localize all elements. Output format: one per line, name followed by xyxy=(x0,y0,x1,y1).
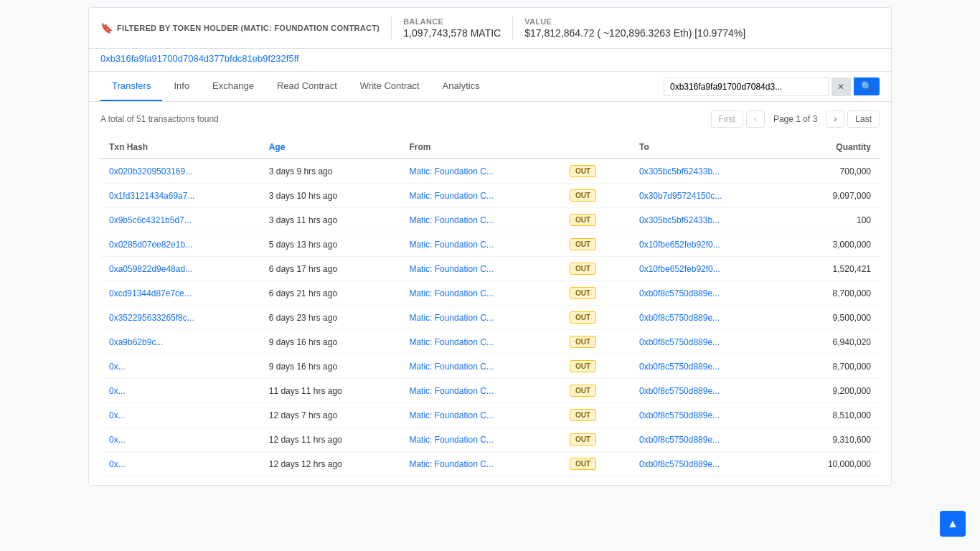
value-label: VALUE xyxy=(524,17,745,26)
cell-txn-hash: 0x... xyxy=(100,379,260,403)
to-link[interactable]: 0x10fbe652feb92f0... xyxy=(639,264,720,274)
txn-hash-link[interactable]: 0x9b5c6c4321b5d7... xyxy=(109,215,192,225)
txn-hash-link[interactable]: 0xcd91344d87e7ce... xyxy=(109,288,192,298)
tab-exchange[interactable]: Exchange xyxy=(201,72,265,101)
cell-to: 0x30b7d95724150c... xyxy=(631,184,786,208)
tab-write-contract[interactable]: Write Contract xyxy=(349,72,431,101)
from-link[interactable]: Matic: Foundation C... xyxy=(409,264,493,274)
filter-icon: 🔖 xyxy=(100,22,113,34)
txn-hash-link[interactable]: 0x... xyxy=(109,410,126,420)
cell-direction: OUT xyxy=(558,354,631,379)
cell-direction: OUT xyxy=(558,428,631,452)
cell-to: 0x305bc5bf62433b... xyxy=(631,159,786,184)
pagination-first[interactable]: First xyxy=(711,110,743,128)
to-link[interactable]: 0xb0f8c5750d889e... xyxy=(639,435,720,445)
to-link[interactable]: 0x305bc5bf62433b... xyxy=(639,166,720,176)
search-clear-button[interactable]: ✕ xyxy=(831,77,851,96)
direction-badge: OUT xyxy=(570,336,596,348)
cell-direction: OUT xyxy=(558,257,631,281)
to-link[interactable]: 0xb0f8c5750d889e... xyxy=(639,362,720,372)
cell-age: 6 days 17 hrs ago xyxy=(260,257,401,281)
col-age[interactable]: Age xyxy=(260,136,401,159)
from-link[interactable]: Matic: Foundation C... xyxy=(409,386,493,396)
col-from: From xyxy=(400,136,558,159)
cell-direction: OUT xyxy=(558,281,631,306)
direction-badge: OUT xyxy=(570,238,596,250)
cell-txn-hash: 0xa059822d9e48ad... xyxy=(100,257,260,281)
cell-from: Matic: Foundation C... xyxy=(400,184,558,208)
to-link[interactable]: 0x30b7d95724150c... xyxy=(639,191,722,201)
cell-direction: OUT xyxy=(558,379,631,403)
from-link[interactable]: Matic: Foundation C... xyxy=(409,410,493,420)
table-row: 0xcd91344d87e7ce... 6 days 21 hrs ago Ma… xyxy=(100,281,880,306)
from-link[interactable]: Matic: Foundation C... xyxy=(409,191,493,201)
txn-hash-link[interactable]: 0x... xyxy=(109,435,126,445)
cell-from: Matic: Foundation C... xyxy=(400,159,558,184)
from-link[interactable]: Matic: Foundation C... xyxy=(409,313,493,323)
to-link[interactable]: 0xb0f8c5750d889e... xyxy=(639,313,720,323)
txn-hash-link[interactable]: 0x1fd3121434a69a7... xyxy=(109,191,194,201)
from-link[interactable]: Matic: Foundation C... xyxy=(409,166,493,176)
table-row: 0x1fd3121434a69a7... 3 days 10 hrs ago M… xyxy=(100,184,880,208)
cell-txn-hash: 0x352295633265f8c... xyxy=(100,306,260,330)
cell-to: 0xb0f8c5750d889e... xyxy=(631,281,786,306)
direction-badge: OUT xyxy=(570,409,596,421)
from-link[interactable]: Matic: Foundation C... xyxy=(409,435,493,445)
txn-hash-link[interactable]: 0xa9b62b9c... xyxy=(109,337,163,347)
filter-address-row: 0xb316fa9fa91700d7084d377bfdc81eb9f232f5… xyxy=(89,49,891,72)
cell-age: 5 days 13 hrs ago xyxy=(260,232,401,257)
cell-from: Matic: Foundation C... xyxy=(400,306,558,330)
to-link[interactable]: 0xb0f8c5750d889e... xyxy=(639,410,720,420)
to-link[interactable]: 0xb0f8c5750d889e... xyxy=(639,288,720,298)
from-link[interactable]: Matic: Foundation C... xyxy=(409,288,493,298)
cell-txn-hash: 0x... xyxy=(100,354,260,379)
txn-hash-link[interactable]: 0x352295633265f8c... xyxy=(109,313,194,323)
pagination-prev[interactable]: ‹ xyxy=(746,110,765,128)
cell-quantity: 10,000,000 xyxy=(786,452,880,476)
search-button[interactable]: 🔍 xyxy=(854,77,880,95)
cell-age: 9 days 16 hrs ago xyxy=(260,354,401,379)
cell-direction: OUT xyxy=(558,306,631,330)
from-link[interactable]: Matic: Foundation C... xyxy=(409,215,493,225)
table-row: 0x... 11 days 11 hrs ago Matic: Foundati… xyxy=(100,379,880,403)
to-link[interactable]: 0x10fbe652feb92f0... xyxy=(639,240,720,250)
tab-info[interactable]: Info xyxy=(162,72,201,101)
tab-transfers[interactable]: Transfers xyxy=(100,72,162,101)
txn-hash-link[interactable]: 0x... xyxy=(109,459,126,469)
txn-hash-link[interactable]: 0xa059822d9e48ad... xyxy=(109,264,192,274)
from-link[interactable]: Matic: Foundation C... xyxy=(409,240,493,250)
txn-hash-link[interactable]: 0x... xyxy=(109,362,126,372)
search-input[interactable] xyxy=(664,77,829,96)
pagination-next[interactable]: › xyxy=(826,110,844,128)
cell-txn-hash: 0x0285d07ee82e1b... xyxy=(100,232,260,257)
cell-age: 3 days 10 hrs ago xyxy=(260,184,401,208)
to-link[interactable]: 0xb0f8c5750d889e... xyxy=(639,459,720,469)
direction-badge: OUT xyxy=(570,311,596,324)
from-link[interactable]: Matic: Foundation C... xyxy=(409,337,493,347)
cell-quantity: 6,940,020 xyxy=(786,330,880,354)
from-link[interactable]: Matic: Foundation C... xyxy=(409,362,493,372)
to-link[interactable]: 0xb0f8c5750d889e... xyxy=(639,386,720,396)
direction-badge: OUT xyxy=(570,189,596,202)
txn-hash-link[interactable]: 0x0285d07ee82e1b... xyxy=(109,240,192,250)
cell-from: Matic: Foundation C... xyxy=(400,232,558,257)
tab-read-contract[interactable]: Read Contract xyxy=(265,72,349,101)
cell-age: 3 days 9 hrs ago xyxy=(260,159,401,184)
to-link[interactable]: 0x305bc5bf62433b... xyxy=(639,215,720,225)
txn-hash-link[interactable]: 0x020b3209503169... xyxy=(109,166,192,176)
cell-from: Matic: Foundation C... xyxy=(400,257,558,281)
pagination-last[interactable]: Last xyxy=(847,110,880,128)
cell-to: 0xb0f8c5750d889e... xyxy=(631,354,786,379)
cell-from: Matic: Foundation C... xyxy=(400,379,558,403)
to-link[interactable]: 0xb0f8c5750d889e... xyxy=(639,337,720,347)
filter-bar: 🔖 FILTERED BY TOKEN HOLDER (Matic: Found… xyxy=(89,8,891,49)
cell-quantity: 9,200,000 xyxy=(786,379,880,403)
results-row: A total of 51 transactions found First ‹… xyxy=(100,110,880,128)
filter-address-link[interactable]: 0xb316fa9fa91700d7084d377bfdc81eb9f232f5… xyxy=(100,53,299,64)
cell-from: Matic: Foundation C... xyxy=(400,354,558,379)
direction-badge: OUT xyxy=(570,287,596,299)
tab-analytics[interactable]: Analytics xyxy=(431,72,491,101)
from-link[interactable]: Matic: Foundation C... xyxy=(409,459,493,469)
cell-age: 3 days 11 hrs ago xyxy=(260,208,401,232)
txn-hash-link[interactable]: 0x... xyxy=(109,386,126,396)
